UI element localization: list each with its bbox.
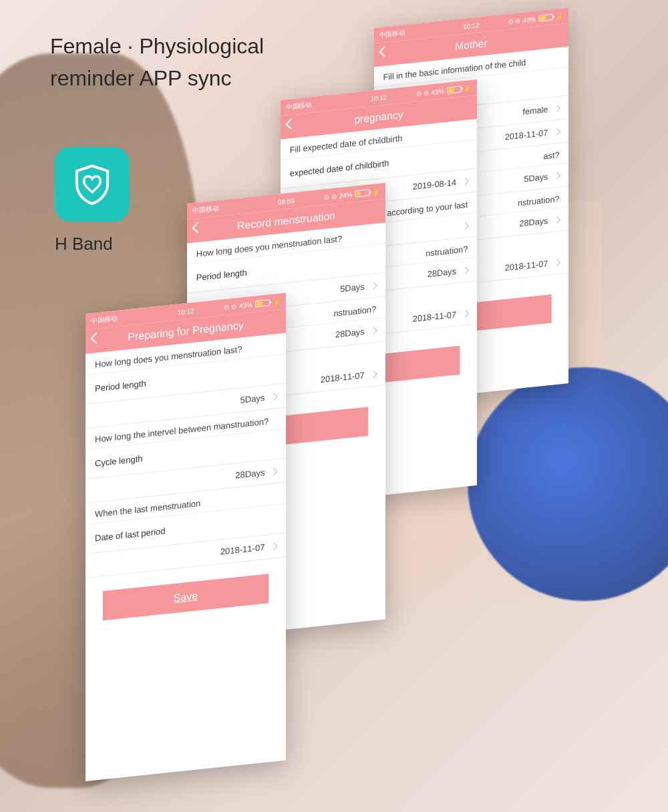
chevron-right-icon [370,327,377,335]
back-icon[interactable] [285,118,297,130]
chevron-right-icon [553,259,560,266]
cycle-value: 28Days [520,216,548,228]
birth-value: 2018-11-07 [505,128,548,142]
app-name: H Band [55,234,130,254]
save-label: Save [174,590,198,604]
chevron-right-icon [462,222,469,230]
date-value: 2018-11-07 [220,542,265,557]
chevron-right-icon [553,128,560,136]
chevron-right-icon [270,393,277,401]
chevron-right-icon [462,178,469,185]
back-icon[interactable] [91,333,102,344]
shield-heart-icon [70,162,114,206]
back-icon[interactable] [192,222,203,234]
headline-line1: Female · Physiological [50,30,264,62]
save-button[interactable]: Save [103,574,269,620]
headline-line2: reminder APP sync [50,62,264,94]
period-value: 5Days [240,393,265,405]
date-value: 2018-11-07 [505,258,548,272]
date-value: 2018-11-07 [413,309,456,324]
headline: Female · Physiological reminder APP sync [50,30,264,94]
chevron-right-icon [462,267,469,274]
nav-title: pregnancy [354,109,403,126]
back-icon[interactable] [379,46,389,57]
chevron-right-icon [462,310,469,317]
nav-title: Record menstruation [237,210,335,232]
chevron-right-icon [270,543,277,550]
chevron-right-icon [553,172,560,180]
chevron-right-icon [370,282,377,290]
gender-value: female [522,104,548,117]
expected-value: 2019-08-14 [413,177,456,192]
chevron-right-icon [553,216,560,224]
period-value: 5Days [340,282,364,294]
date-value: 2018-11-07 [321,370,365,385]
chevron-right-icon [553,105,560,112]
app-badge: H Band [55,147,130,254]
app-icon [55,147,130,222]
cycle-value: 28Days [335,327,365,339]
nav-title: Mother [455,37,487,53]
cycle-value: 28Days [428,266,456,279]
cycle-value: 28Days [235,467,265,481]
chevron-right-icon [270,468,277,475]
period-value: 5Days [524,172,548,184]
chevron-right-icon [370,371,377,378]
phone-screen-preparing: 中国移动 10:12 ⊙ ⊘ 43% ⚡ Preparing for Pregn… [86,292,286,781]
